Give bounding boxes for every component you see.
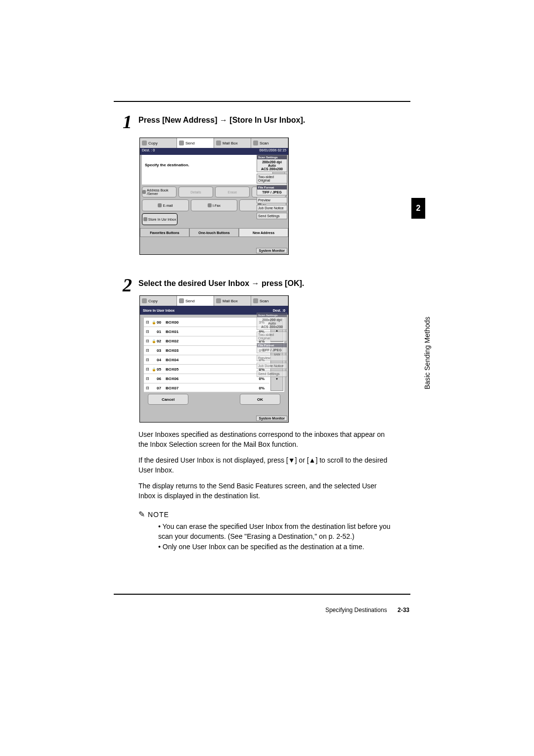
inbox-number: 07: [157, 386, 166, 390]
system-monitor-button[interactable]: System Monitor: [256, 248, 287, 253]
page-footer: Specifying Destinations 2-33: [325, 607, 409, 614]
ok-button[interactable]: OK: [240, 394, 280, 405]
tab-scan-2[interactable]: Scan: [251, 296, 288, 306]
inbox-row[interactable]: ⊟04BOX040%: [144, 355, 269, 365]
file-format-panel-2: File Format TIFF / JPEG: [257, 343, 287, 353]
inbox-name: BOX00: [166, 320, 191, 325]
tab-mailbox-label-2: Mail Box: [222, 299, 238, 303]
new-address-tab[interactable]: New Address: [239, 228, 288, 237]
scan-settings-panel[interactable]: Scan Settings 200x200 dpi Auto ACS 200x2…: [257, 155, 287, 172]
details-button[interactable]: Details: [178, 187, 213, 197]
inbox-percent: 0%: [191, 367, 267, 372]
lock-icon: [152, 386, 156, 390]
paragraph-1: User Inboxes specified as destinations c…: [138, 429, 391, 450]
lock-icon: [152, 339, 156, 343]
tab-send-2[interactable]: Send: [177, 296, 214, 306]
step2-post: press [OK].: [260, 279, 305, 287]
address-book-button[interactable]: Address Book /Server: [142, 187, 177, 197]
inbox-number: 00: [157, 320, 166, 325]
inbox-row[interactable]: ⊟03BOX030%: [144, 346, 269, 355]
mailbox-icon: [216, 141, 221, 145]
step2-pre: Select the desired User Inbox: [138, 279, 252, 287]
user-inbox-dest: Dest. :0: [273, 309, 285, 312]
screenshot-1: Copy Send Mail Box Scan Dest. : 0 06/01/…: [139, 138, 289, 255]
inbox-row[interactable]: ⊟07BOX070%: [144, 383, 269, 393]
erase-button[interactable]: Erase: [215, 187, 250, 197]
footer-section: Specifying Destinations: [325, 607, 387, 614]
chapter-tab: 2: [411, 198, 425, 219]
tab-copy-label: Copy: [148, 141, 158, 145]
lock-icon: [152, 320, 156, 324]
scan-settings-header-2: Scan Settings: [257, 313, 287, 317]
datetime: 06/01/2006 02:15: [260, 148, 287, 154]
lock-icon: [152, 377, 156, 380]
lock-icon: [152, 358, 156, 362]
job-done-notice-button-2: Job Done Notice: [257, 363, 287, 369]
tab-mailbox[interactable]: Mail Box: [214, 138, 251, 148]
file-format-panel[interactable]: File Format TIFF / JPEG: [257, 185, 287, 195]
inbox-number: 02: [157, 339, 166, 343]
inbox-drive-icon: ⊟: [146, 339, 151, 343]
store-in-usr-inbox-button[interactable]: Store In Usr Inbox: [142, 213, 178, 225]
acs-value: ACS 200x200: [258, 167, 286, 171]
tab-scan-label-2: Scan: [260, 299, 268, 303]
email-label: E-mail: [163, 204, 173, 207]
tab-send-label-2: Send: [185, 299, 195, 303]
system-monitor-button-2[interactable]: System Monitor: [256, 416, 287, 421]
inbox-row[interactable]: ⊟05BOX050%: [144, 365, 269, 374]
bullet-2: Only one User Inbox can be specified as …: [158, 542, 396, 552]
inbox-name: BOX03: [166, 348, 191, 353]
inbox-drive-icon: ⊟: [146, 348, 151, 352]
top-rule: [114, 101, 410, 102]
top-tabs-2: Copy Send Mail Box Scan: [140, 296, 288, 306]
tab-scan[interactable]: Scan: [251, 138, 288, 148]
auto-value-2: Auto: [258, 322, 286, 325]
inbox-number: 05: [157, 367, 166, 372]
inbox-drive-icon: ⊟: [146, 330, 151, 333]
two-sided-button[interactable]: Two-sided Original: [257, 174, 287, 184]
tab-send-label: Send: [185, 141, 195, 145]
email-button[interactable]: E-mail: [142, 199, 189, 211]
status-bar: Dest. : 0 06/01/2006 02:15: [140, 148, 288, 155]
inbox-row[interactable]: ⊟01BOX010%: [144, 327, 269, 336]
inbox-row[interactable]: ⊟02BOX020%: [144, 336, 269, 346]
inbox-number: 01: [157, 330, 166, 334]
tab-mailbox-2[interactable]: Mail Box: [214, 296, 251, 306]
job-done-notice-button[interactable]: Job Done Notice: [257, 205, 287, 211]
email-icon: [158, 203, 162, 207]
arrow-icon: →: [220, 116, 227, 124]
inbox-drive-icon: ⊟: [146, 377, 151, 380]
inbox-icon: [143, 217, 147, 221]
tab-copy[interactable]: Copy: [140, 138, 177, 148]
step2-heading: Select the desired User Inbox → press [O…: [138, 279, 304, 288]
inbox-number: 06: [157, 377, 166, 381]
send-icon: [179, 298, 184, 303]
acs-value-2: ACS 200x200: [258, 325, 286, 329]
auto-value: Auto: [258, 164, 286, 167]
tab-scan-label: Scan: [260, 141, 268, 145]
tiff-jpeg-value: TIFF / JPEG: [258, 190, 286, 194]
tab-copy-label-2: Copy: [148, 299, 158, 303]
tab-mailbox-label: Mail Box: [222, 141, 238, 145]
inbox-percent: 0%: [191, 330, 267, 334]
arrow-icon: →: [252, 279, 260, 287]
inbox-row[interactable]: ⊟00BOX003%: [144, 318, 269, 327]
inbox-row[interactable]: ⊟06BOX060%: [144, 374, 269, 383]
cancel-button[interactable]: Cancel: [148, 394, 188, 405]
scan-icon: [253, 141, 258, 145]
lock-icon: [152, 367, 156, 371]
favorites-buttons-tab[interactable]: Favorites Buttons: [140, 228, 189, 237]
preview-button[interactable]: Preview: [257, 197, 287, 203]
inbox-percent: 0%: [191, 358, 267, 362]
step-number-2: 2: [123, 274, 132, 296]
send-settings-button[interactable]: Send Settings: [257, 213, 287, 219]
ifax-button[interactable]: I-Fax: [191, 199, 238, 211]
paragraph-3: The display returns to the Send Basic Fe…: [138, 481, 391, 501]
dest-count: Dest. : 0: [142, 148, 155, 154]
bullet-1: You can erase the specified User Inbox f…: [158, 521, 396, 542]
two-sided-button-2: Two-sided Original: [257, 331, 287, 341]
scan-icon: [253, 298, 258, 303]
one-touch-buttons-tab[interactable]: One-touch Buttons: [189, 228, 239, 237]
tab-send[interactable]: Send: [177, 138, 214, 148]
tab-copy-2[interactable]: Copy: [140, 296, 177, 306]
